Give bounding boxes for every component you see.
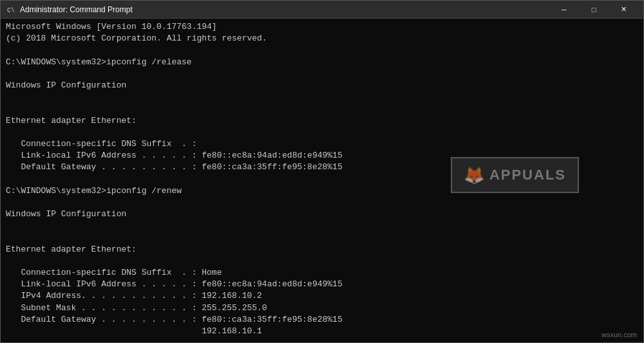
console-line bbox=[6, 173, 638, 185]
console-line: Connection-specific DNS Suffix . : Home bbox=[6, 267, 638, 279]
window-controls: ─ □ ✕ bbox=[549, 1, 638, 19]
console-line bbox=[6, 103, 638, 115]
console-line: Link-local IPv6 Address . . . . . : fe80… bbox=[6, 150, 638, 162]
console-line: Windows IP Configuration bbox=[6, 80, 638, 91]
console-line: Link-local IPv6 Address . . . . . : fe80… bbox=[6, 279, 638, 290]
maximize-button[interactable]: □ bbox=[579, 1, 609, 19]
console-line bbox=[6, 127, 638, 138]
cmd-icon: C\ bbox=[6, 5, 16, 15]
window-title: Administrator: Command Prompt bbox=[20, 5, 549, 14]
console-output[interactable]: Microsoft Windows [Version 10.0.17763.19… bbox=[1, 19, 643, 342]
console-line: Default Gateway . . . . . . . . . : fe80… bbox=[6, 162, 638, 173]
console-lines: Microsoft Windows [Version 10.0.17763.19… bbox=[6, 21, 638, 342]
console-line: C:\WINDOWS\system32>ipconfig /renew bbox=[6, 185, 638, 197]
console-line: Windows IP Configuration bbox=[6, 209, 638, 220]
console-line: IPv4 Address. . . . . . . . . . . : 192.… bbox=[6, 290, 638, 302]
console-line: Default Gateway . . . . . . . . . : fe80… bbox=[6, 314, 638, 326]
console-line: Ethernet adapter Ethernet: bbox=[6, 244, 638, 255]
window: C\ Administrator: Command Prompt ─ □ ✕ M… bbox=[0, 0, 644, 343]
titlebar: C\ Administrator: Command Prompt ─ □ ✕ bbox=[1, 1, 643, 19]
svg-text:C\: C\ bbox=[7, 7, 15, 14]
console-line bbox=[6, 255, 638, 267]
minimize-button[interactable]: ─ bbox=[549, 1, 579, 19]
console-line bbox=[6, 220, 638, 232]
console-line bbox=[6, 337, 638, 342]
console-line: Connection-specific DNS Suffix . : bbox=[6, 138, 638, 150]
console-line bbox=[6, 44, 638, 56]
console-line: (c) 2018 Microsoft Corporation. All righ… bbox=[6, 33, 638, 44]
console-line bbox=[6, 232, 638, 243]
console-line: Microsoft Windows [Version 10.0.17763.19… bbox=[6, 21, 638, 33]
console-line: 192.168.10.1 bbox=[6, 326, 638, 337]
console-line bbox=[6, 197, 638, 209]
console-line: Subnet Mask . . . . . . . . . . . : 255.… bbox=[6, 302, 638, 314]
close-button[interactable]: ✕ bbox=[609, 1, 638, 19]
console-line: C:\WINDOWS\system32>ipconfig /release bbox=[6, 57, 638, 68]
console-line bbox=[6, 68, 638, 80]
console-line bbox=[6, 91, 638, 103]
console-line: Ethernet adapter Ethernet: bbox=[6, 115, 638, 127]
